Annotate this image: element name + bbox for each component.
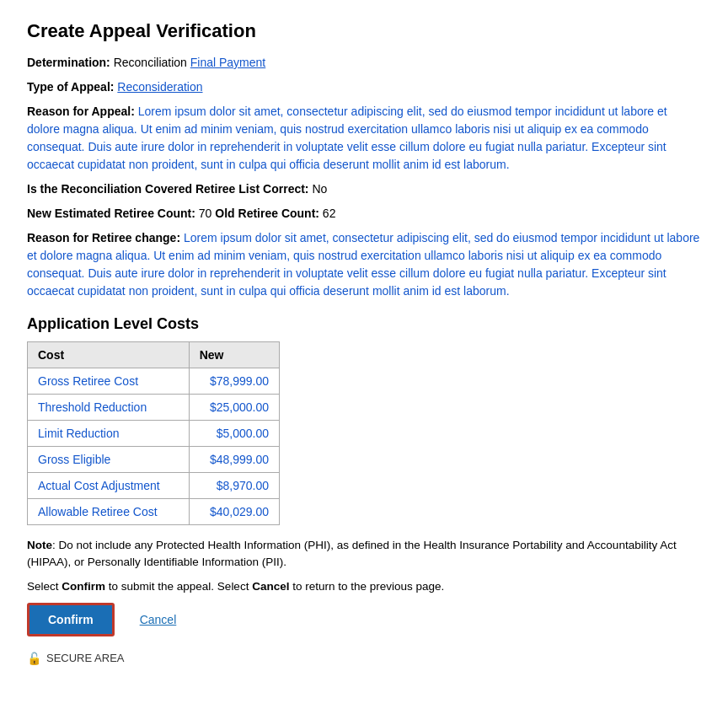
cost-cell: Threshold Reduction [28,395,190,421]
table-row: Threshold Reduction$25,000.00 [28,395,280,421]
old-retiree-count-value: 62 [323,207,336,220]
instructions-middle: to submit the appeal. Select [105,580,252,593]
cost-cell: Limit Reduction [28,421,190,447]
page-title: Create Appeal Verification [27,20,701,42]
table-row: Limit Reduction$5,000.00 [28,421,280,447]
confirm-button[interactable]: Confirm [27,603,115,636]
determination-value: Reconciliation [114,56,190,69]
reason-for-appeal-label: Reason for Appeal: [27,105,135,118]
cost-cell: Gross Eligible [28,447,190,473]
secure-area-row: 🔓 SECURE AREA [27,652,701,665]
new-cell: $40,029.00 [189,499,279,525]
reconciliation-value: No [312,182,327,196]
table-row: Gross Eligible$48,999.00 [28,447,280,473]
table-row: Actual Cost Adjustment$8,970.00 [28,473,280,499]
retiree-count-row: New Estimated Retiree Count: 70 Old Reti… [27,205,701,223]
note-section: Note: Do not include any Protected Healt… [27,537,701,572]
determination-label: Determination: [27,56,110,69]
note-text: : Do not include any Protected Health In… [27,539,677,568]
note-bold: Note [27,539,52,551]
type-of-appeal-label: Type of Appeal: [27,80,114,94]
reason-retiree-row: Reason for Retiree change: Lorem ipsum d… [27,229,701,300]
secure-area-label: SECURE AREA [46,652,124,664]
table-row: Allowable Retiree Cost$40,029.00 [28,499,280,525]
new-cell: $48,999.00 [189,447,279,473]
instructions-cancel: Cancel [252,580,289,593]
new-retiree-count-value: 70 [199,207,212,220]
reconciliation-row: Is the Reconciliation Covered Retiree Li… [27,180,701,198]
reason-for-appeal-row: Reason for Appeal: Lorem ipsum dolor sit… [27,103,701,174]
application-level-costs-title: Application Level Costs [27,315,701,333]
cost-cell: Actual Cost Adjustment [28,473,190,499]
button-row: Confirm Cancel [27,603,701,636]
cancel-button[interactable]: Cancel [121,605,195,634]
page-wrapper: Create Appeal Verification Determination… [0,0,728,685]
new-cell: $78,999.00 [189,368,279,395]
new-cell: $5,000.00 [189,421,279,447]
cost-cell: Gross Retiree Cost [28,368,190,395]
instructions-prefix: Select [27,580,62,593]
determination-link[interactable]: Final Payment [190,56,265,69]
table-row: Gross Retiree Cost$78,999.00 [28,368,280,395]
col-header-cost: Cost [28,342,190,368]
lock-icon: 🔓 [27,652,41,665]
type-of-appeal-row: Type of Appeal: Reconsideration [27,78,701,96]
old-retiree-count-label: Old Retiree Count: [215,207,319,220]
determination-row: Determination: Reconciliation Final Paym… [27,54,701,72]
reconciliation-label: Is the Reconciliation Covered Retiree Li… [27,182,309,196]
type-of-appeal-value: Reconsideration [117,80,202,94]
new-retiree-count-label: New Estimated Retiree Count: [27,207,195,220]
instructions: Select Confirm to submit the appeal. Sel… [27,580,701,593]
costs-table: Cost New Gross Retiree Cost$78,999.00Thr… [27,341,280,525]
new-cell: $25,000.00 [189,395,279,421]
instructions-confirm: Confirm [62,580,105,593]
cost-cell: Allowable Retiree Cost [28,499,190,525]
instructions-suffix: to return to the previous page. [289,580,444,593]
col-header-new: New [189,342,279,368]
new-cell: $8,970.00 [189,473,279,499]
reason-retiree-label: Reason for Retiree change: [27,231,180,244]
